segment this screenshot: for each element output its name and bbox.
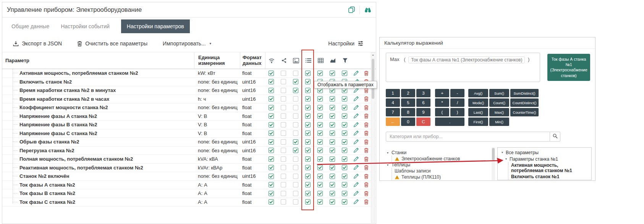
wifi-checkbox[interactable] [269, 122, 274, 127]
edit-icon[interactable] [353, 156, 359, 162]
table-checkbox[interactable] [317, 139, 323, 145]
image-checkbox[interactable] [293, 148, 298, 153]
wifi-checkbox[interactable] [269, 105, 274, 110]
share-checkbox[interactable] [281, 199, 286, 205]
digit-button[interactable]: 1 [386, 89, 400, 97]
column-header-parameter[interactable]: Параметр [2, 58, 194, 63]
wifi-checkbox[interactable] [269, 131, 274, 136]
tree-scrollbar[interactable] [492, 147, 495, 180]
delete-icon[interactable] [364, 165, 369, 170]
wifi-checkbox[interactable] [269, 96, 274, 102]
function-button[interactable]: Max() [489, 108, 509, 116]
table-checkbox[interactable] [317, 165, 323, 170]
area-chart-checkbox[interactable] [330, 174, 335, 179]
delete-icon[interactable] [364, 191, 369, 196]
table-checkbox[interactable] [317, 131, 323, 136]
column-header-unit[interactable]: Единица измерения [194, 52, 240, 69]
image-checkbox[interactable] [293, 131, 298, 136]
delete-icon[interactable] [364, 113, 369, 119]
parameter-tree-item[interactable]: Время наработки станка №1 в минутах [511, 180, 589, 180]
image-checkbox[interactable] [293, 174, 298, 179]
delete-icon[interactable] [364, 182, 369, 187]
table-checkbox[interactable] [317, 113, 323, 119]
edit-icon[interactable] [353, 71, 359, 76]
clear-all-parameters-button[interactable]: Очистить все параметры [77, 40, 147, 47]
device-tree-item[interactable]: Шаблоны записи [395, 168, 490, 174]
area-chart-checkbox[interactable] [330, 165, 335, 170]
area-chart-checkbox[interactable] [330, 199, 335, 205]
digit-button[interactable]: 2 [401, 89, 415, 97]
wifi-checkbox[interactable] [269, 199, 274, 205]
image-checkbox[interactable] [293, 139, 298, 145]
delete-icon[interactable] [364, 174, 369, 179]
settings-button[interactable]: Настройки [328, 40, 364, 47]
table-checkbox[interactable] [317, 71, 323, 76]
search-button[interactable] [550, 132, 560, 142]
scrollbar-thumb[interactable] [372, 59, 374, 99]
export-json-button[interactable]: Экспорт в JSON [13, 40, 62, 47]
area-chart-checkbox[interactable] [330, 131, 335, 136]
table-checkbox[interactable] [317, 199, 323, 205]
wifi-checkbox[interactable] [269, 182, 274, 187]
share-checkbox[interactable] [281, 96, 286, 102]
table-checkbox[interactable] [317, 156, 323, 162]
edit-icon[interactable] [353, 96, 359, 102]
zero-button[interactable]: 0 [401, 118, 415, 126]
edit-icon[interactable] [353, 139, 359, 145]
function-button[interactable]: Last() [468, 108, 488, 116]
share-checkbox[interactable] [281, 165, 286, 170]
edit-icon[interactable] [353, 199, 359, 205]
function-button[interactable]: First() [468, 118, 488, 126]
vertical-scrollbar[interactable]: ▲ [371, 52, 375, 223]
wifi-checkbox[interactable] [269, 174, 274, 179]
table-checkbox[interactable] [317, 174, 323, 179]
area-chart-checkbox[interactable] [330, 122, 335, 127]
clear-button[interactable]: C [416, 118, 430, 126]
funnel-checkbox[interactable] [342, 122, 347, 127]
function-button[interactable]: Count() [489, 98, 509, 107]
expression-input[interactable]: Max ( Ток фазы А станка №1 (Электроснабж… [386, 53, 540, 82]
wifi-checkbox[interactable] [269, 71, 274, 76]
function-button[interactable]: Avg() [468, 89, 488, 97]
share-checkbox[interactable] [281, 139, 286, 145]
list-checkbox[interactable] [305, 131, 311, 136]
delete-icon[interactable] [364, 139, 369, 145]
function-button[interactable]: SumDistinct() [510, 89, 539, 97]
digit-button[interactable]: 3 [416, 89, 430, 97]
function-button[interactable]: Mode() [468, 98, 488, 107]
tab-general-data[interactable]: Общие данные [11, 19, 49, 33]
table-checkbox[interactable] [317, 182, 323, 187]
tab-event-settings[interactable]: Настройки событий [61, 19, 110, 33]
list-column-header[interactable] [302, 52, 314, 69]
table-checkbox[interactable] [317, 96, 323, 102]
delete-icon[interactable] [364, 96, 369, 102]
list-checkbox[interactable] [305, 156, 311, 162]
digit-button[interactable]: 9 [416, 108, 430, 116]
share-checkbox[interactable] [281, 148, 286, 153]
device-tree-node[interactable]: ▾Станки [386, 150, 490, 156]
funnel-checkbox[interactable] [342, 191, 347, 196]
list-checkbox[interactable] [305, 182, 311, 187]
list-checkbox[interactable] [305, 96, 311, 102]
operator-button[interactable]: ( [435, 108, 449, 116]
delete-icon[interactable] [364, 71, 369, 76]
funnel-checkbox[interactable] [342, 174, 347, 179]
image-checkbox[interactable] [293, 122, 298, 127]
area-chart-checkbox[interactable] [330, 113, 335, 119]
column-header-format[interactable]: Формат данных [240, 52, 265, 69]
device-tree-item[interactable]: Электроснабжение станков [395, 156, 490, 162]
funnel-checkbox[interactable] [342, 156, 347, 162]
edit-icon[interactable] [353, 182, 359, 187]
device-tree-item[interactable]: Теплицы (ПЛК110) [395, 174, 490, 180]
digit-button[interactable]: 6 [416, 98, 430, 107]
table-checkbox[interactable] [317, 191, 323, 196]
wifi-checkbox[interactable] [269, 88, 274, 93]
list-checkbox[interactable] [305, 105, 311, 110]
funnel-checkbox[interactable] [342, 131, 347, 136]
tab-parameter-settings[interactable]: Настройки параметров [121, 19, 190, 33]
funnel-checkbox[interactable] [342, 113, 347, 119]
operator-button[interactable]: * [435, 98, 449, 107]
parameter-tree-group[interactable]: ▾ Параметры станка №1 [504, 156, 589, 162]
import-dropdown[interactable]: Импортировать... ▾ [163, 40, 211, 47]
operator-button[interactable]: - [450, 89, 464, 97]
